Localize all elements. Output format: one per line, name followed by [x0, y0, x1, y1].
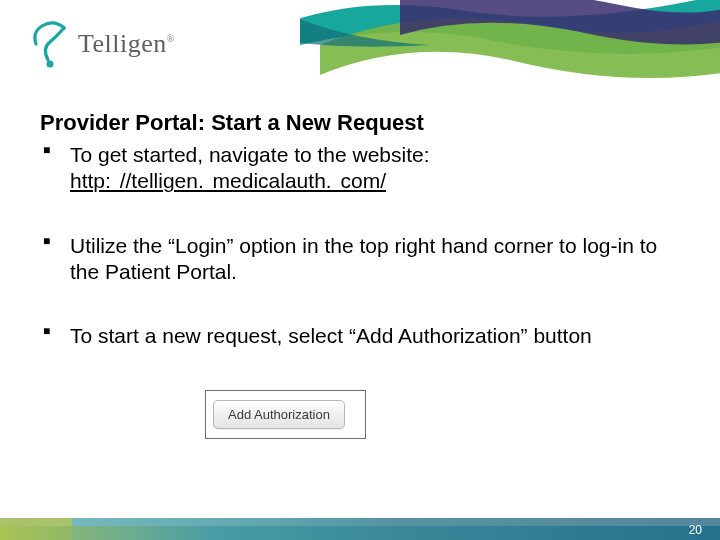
bullet-item: To get started, navigate to the website:…	[40, 142, 675, 195]
logo: Telligen®	[30, 20, 175, 68]
svg-point-0	[47, 61, 54, 68]
logo-text: Telligen®	[78, 29, 175, 59]
footer-bar-overlay	[0, 526, 720, 540]
bullet-text: To start a new request, select “Add Auth…	[70, 324, 592, 347]
website-link[interactable]: http: //telligen. medicalauth. com/	[70, 169, 386, 192]
page-number: 20	[689, 523, 702, 537]
bullet-list: To get started, navigate to the website:…	[40, 142, 675, 349]
bullet-item: To start a new request, select “Add Auth…	[40, 323, 675, 349]
slide: Telligen® Provider Portal: Start a New R…	[0, 0, 720, 540]
bullet-text: To get started, navigate to the website:	[70, 143, 430, 166]
bullet-item: Utilize the “Login” option in the top ri…	[40, 233, 675, 286]
button-screenshot-frame: Add Authorization	[205, 390, 366, 439]
header-ribbon	[300, 0, 720, 95]
content-area: Provider Portal: Start a New Request To …	[40, 110, 675, 387]
bullet-text: Utilize the “Login” option in the top ri…	[70, 234, 657, 283]
footer: 20	[0, 510, 720, 540]
logo-mark-icon	[30, 20, 72, 68]
registered-mark: ®	[167, 33, 175, 44]
add-authorization-button[interactable]: Add Authorization	[213, 400, 345, 429]
slide-title: Provider Portal: Start a New Request	[40, 110, 675, 136]
